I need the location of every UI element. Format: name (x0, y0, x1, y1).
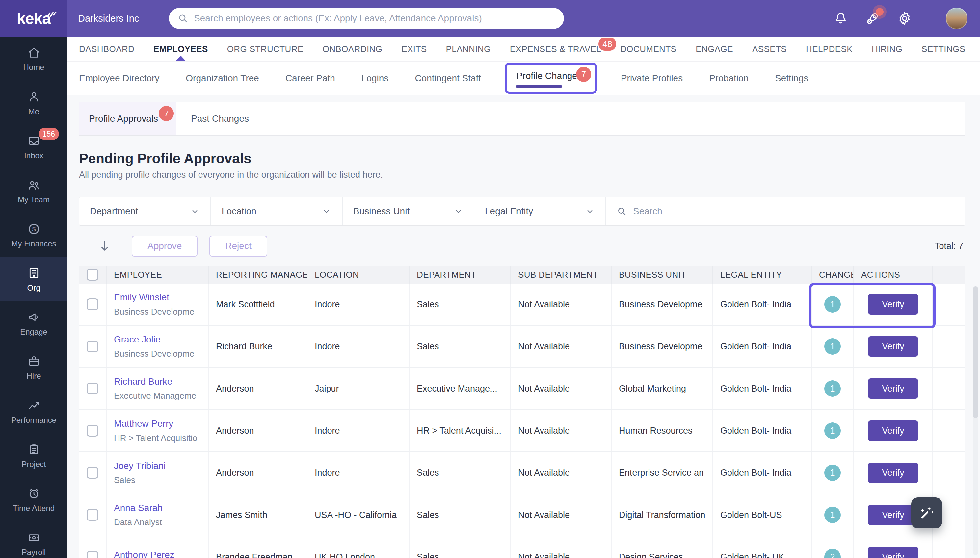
row-checkbox[interactable] (87, 551, 99, 558)
active-subnav-underline (516, 85, 562, 87)
verify-button[interactable]: Verify (868, 463, 918, 483)
nav-item-documents[interactable]: DOCUMENTS (620, 37, 676, 61)
approve-button[interactable]: Approve (132, 236, 197, 257)
nav-item-assets[interactable]: ASSETS (752, 37, 787, 61)
row-checkbox-cell (79, 284, 107, 325)
verify-button[interactable]: Verify (868, 547, 918, 558)
dollar-circle-icon: $ (27, 222, 41, 236)
changes-count-badge[interactable]: 1 (824, 422, 841, 439)
employee-name-link[interactable]: Anthony Perez (114, 550, 174, 558)
employee-cell: Anna Sarah Data Analyst (107, 494, 209, 536)
banknote-icon (27, 531, 41, 544)
filter-bar: Department Location Business Unit Legal … (79, 197, 965, 226)
sidebar-item-performance[interactable]: Performance (0, 389, 67, 433)
changes-count-badge[interactable]: 1 (824, 507, 841, 523)
settings-gear-icon[interactable] (897, 11, 912, 26)
keka-logo[interactable]: keka (0, 0, 67, 37)
filter-dropdown[interactable]: Business Unit (343, 197, 474, 225)
sidebar-item-home[interactable]: Home (0, 37, 67, 81)
nav-item-hiring[interactable]: HIRING (872, 37, 902, 61)
sidebar-item-engage[interactable]: Engage (0, 301, 67, 345)
notifications-bell-icon[interactable] (833, 11, 848, 26)
scrollbar-thumb[interactable] (973, 286, 978, 418)
nav-item-settings[interactable]: SETTINGS (921, 37, 965, 61)
subnav-item-organization-tree[interactable]: Organization Tree (186, 73, 259, 84)
subnav-item-probation[interactable]: Probation (709, 73, 748, 84)
changes-count-badge[interactable]: 1 (824, 380, 841, 397)
row-checkbox[interactable] (87, 425, 99, 437)
user-avatar[interactable] (946, 8, 967, 29)
reject-button[interactable]: Reject (209, 236, 267, 257)
nav-item-employees[interactable]: EMPLOYEES (153, 37, 208, 61)
nav-item-onboarding[interactable]: ONBOARDING (322, 37, 383, 61)
sidebar-item-my-team[interactable]: My Team (0, 169, 67, 213)
changes-count-badge[interactable]: 2 (824, 549, 841, 558)
table-search[interactable] (606, 197, 965, 225)
sort-arrow-icon[interactable] (97, 239, 111, 253)
row-checkbox[interactable] (87, 299, 99, 310)
row-checkbox[interactable] (87, 467, 99, 479)
subnav-item-private-profiles[interactable]: Private Profiles (621, 73, 683, 84)
row-checkbox[interactable] (87, 341, 99, 352)
nav-item-planning[interactable]: PLANNING (446, 37, 491, 61)
verify-button[interactable]: Verify (868, 378, 918, 399)
sidebar-item-me[interactable]: Me (0, 81, 67, 125)
tab-past-changes[interactable]: Past Changes (176, 102, 263, 135)
nav-item-exits[interactable]: EXITS (401, 37, 427, 61)
subnav-item-career-path[interactable]: Career Path (285, 73, 335, 84)
department-cell: HR > Talent Acquisi... (409, 410, 511, 451)
team-icon (27, 178, 41, 192)
sidebar-item-org[interactable]: Org (0, 257, 67, 301)
table-header: EMPLOYEE REPORTING MANAGER LOCATION DEPA… (79, 266, 965, 284)
sidebar-item-inbox[interactable]: 156 Inbox (0, 125, 67, 169)
clipboard-icon (27, 443, 41, 456)
changes-count-badge[interactable]: 1 (824, 464, 841, 481)
global-search[interactable] (169, 8, 564, 29)
magic-wand-button[interactable] (911, 497, 942, 528)
tab-profile-approvals[interactable]: Profile Approvals 7 (79, 102, 176, 135)
employee-name-link[interactable]: Anna Sarah (114, 503, 163, 513)
column-header: BUSINESS UNIT (612, 266, 713, 284)
changes-count-badge[interactable]: 1 (824, 338, 841, 354)
employee-name-link[interactable]: Joey Tribiani (114, 461, 166, 471)
filter-dropdown[interactable]: Legal Entity (474, 197, 606, 225)
row-checkbox[interactable] (87, 382, 99, 394)
sidebar-item-project[interactable]: Project (0, 433, 67, 478)
subnav-item-profile-changes[interactable]: Profile Changes 7 (505, 63, 597, 94)
employee-name-link[interactable]: Emily Winslet (114, 292, 169, 303)
filter-dropdown[interactable]: Department (79, 197, 211, 225)
subnav-item-settings[interactable]: Settings (775, 73, 808, 84)
subnav-item-contingent-staff[interactable]: Contingent Staff (415, 73, 481, 84)
filter-dropdown[interactable]: Location (211, 197, 343, 225)
nav-item-helpdesk[interactable]: HELPDESK (806, 37, 853, 61)
rocket-icon[interactable] (865, 10, 881, 26)
subnav-item-logins[interactable]: Logins (362, 73, 389, 84)
nav-item-expenses-travel[interactable]: EXPENSES & TRAVEL48 (510, 37, 602, 61)
subnav-item-employee-directory[interactable]: Employee Directory (79, 73, 159, 84)
sidebar-item-my-finances[interactable]: $ My Finances (0, 213, 67, 257)
sub-department-cell: Not Available (511, 368, 612, 409)
actions-cell: Verify (854, 368, 933, 409)
verify-button[interactable]: Verify (868, 505, 918, 525)
nav-item-org-structure[interactable]: ORG STRUCTURE (227, 37, 304, 61)
global-search-input[interactable] (194, 13, 555, 24)
sidebar-item-hire[interactable]: Hire (0, 345, 67, 389)
employee-name-link[interactable]: Grace Jolie (114, 334, 161, 345)
sub-department-cell: Not Available (511, 326, 612, 367)
verify-button[interactable]: Verify (868, 294, 918, 315)
table-search-input[interactable] (633, 206, 954, 217)
verify-button[interactable]: Verify (868, 336, 918, 357)
sidebar-item-payroll[interactable]: Payroll (0, 522, 67, 558)
employee-name-link[interactable]: Matthew Perry (114, 419, 173, 429)
department-cell: Sales (409, 452, 511, 494)
scrollbar[interactable] (973, 286, 978, 555)
verify-button[interactable]: Verify (868, 420, 918, 441)
nav-item-engage[interactable]: ENGAGE (696, 37, 733, 61)
search-icon (617, 206, 627, 217)
select-all-checkbox[interactable] (87, 269, 99, 281)
row-checkbox[interactable] (87, 509, 99, 521)
sidebar-item-time-attend[interactable]: Time Attend (0, 478, 67, 522)
changes-count-badge[interactable]: 1 (824, 296, 841, 313)
nav-item-dashboard[interactable]: DASHBOARD (79, 37, 134, 61)
employee-name-link[interactable]: Richard Burke (114, 376, 172, 387)
